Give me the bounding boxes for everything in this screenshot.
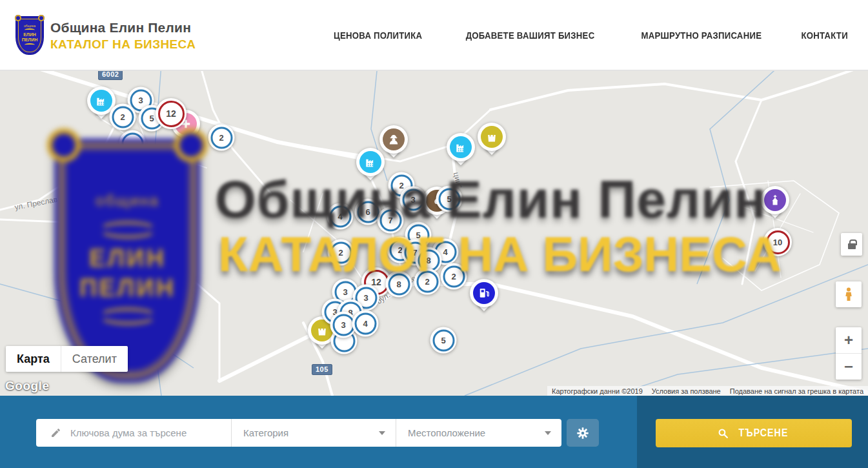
cluster-marker[interactable]: 2 <box>328 239 354 266</box>
cluster-count: 3 <box>341 320 345 330</box>
cluster-ring: 10 <box>766 230 790 254</box>
cluster-count: 4 <box>443 247 447 257</box>
bag-pin-marker[interactable] <box>478 123 506 151</box>
cluster-ring: 4 <box>354 312 376 334</box>
google-map[interactable]: ул. Преславбул. „Новоселции" 6002105 325… <box>0 71 868 396</box>
cluster-count: 2 <box>120 112 125 122</box>
cluster-ring: 2 <box>210 127 232 148</box>
cluster-marker[interactable]: 3 <box>400 187 427 213</box>
cluster-ring: 2 <box>416 270 438 292</box>
map-attribution: Картографски данни ©2019Условия за ползв… <box>547 386 868 396</box>
cluster-count: 5 <box>447 194 451 204</box>
cluster-count: 5 <box>416 230 420 240</box>
cluster-ring: 8 <box>388 273 410 295</box>
cluster-marker[interactable]: 5 <box>430 327 457 354</box>
church-icon <box>764 189 786 211</box>
nav-item-1[interactable]: ДОБАВЕТЕ ВАШИЯТ БИЗНЕС <box>466 30 595 41</box>
search-submit-button[interactable]: ТЪРСЕНЕ <box>656 419 852 447</box>
factory-icon <box>450 136 472 158</box>
church-pin-marker[interactable] <box>761 186 789 214</box>
nav-item-0[interactable]: ЦЕНОВА ПОЛИТИКА <box>334 30 422 41</box>
cluster-marker[interactable]: 2 <box>110 104 136 130</box>
chevron-down-icon <box>379 431 385 435</box>
attribution-link-1[interactable]: Условия за ползване <box>647 387 725 395</box>
map-type-control: Карта Сателит <box>6 346 128 372</box>
zoom-control: + − <box>836 327 862 380</box>
cluster-ring: 12 <box>158 101 185 127</box>
cluster-marker[interactable]: 2 <box>208 125 235 151</box>
pegman-button[interactable] <box>836 281 862 307</box>
factory-pin-marker[interactable] <box>447 133 475 161</box>
cluster-marker[interactable]: 2 <box>414 269 441 295</box>
cluster-ring: 7 <box>379 209 401 231</box>
cluster-count: 5 <box>149 114 154 123</box>
nav-item-3[interactable]: КОНТАКТИ <box>801 30 847 41</box>
cluster-ring <box>121 132 143 154</box>
search-bar: Категория Местоположение <box>0 396 868 468</box>
chevron-down-icon <box>545 431 551 435</box>
cluster-marker[interactable]: 4 <box>352 310 379 337</box>
category-select[interactable]: Категория <box>231 419 396 447</box>
gear-icon <box>576 426 590 440</box>
cluster-marker[interactable] <box>119 130 146 157</box>
pin-head <box>761 186 789 214</box>
keyword-search-input[interactable] <box>70 427 199 438</box>
location-select[interactable]: Местоположение <box>396 419 561 447</box>
cluster-ring: 2 <box>330 241 352 263</box>
cluster-marker[interactable]: 5 <box>436 186 463 212</box>
cluster-marker[interactable]: 10 <box>763 228 792 256</box>
road-shield-label: 6002 <box>98 71 123 80</box>
attribution-link-2[interactable]: Подаване на сигнал за грешка в картата <box>725 387 868 395</box>
cluster-count: 8 <box>396 280 401 289</box>
emblem-top-word: община <box>24 24 35 28</box>
keyword-segment <box>36 419 231 447</box>
cluster-count: 3 <box>363 293 368 303</box>
location-select-label: Местоположение <box>408 427 485 438</box>
site-header: община ЕЛИН ПЕЛИН Община Елин Пелин КАТА… <box>0 0 868 71</box>
cluster-count: 3 <box>343 287 347 297</box>
cluster-ring: 5 <box>432 329 454 351</box>
map-type-satellite-button[interactable]: Сателит <box>61 346 128 372</box>
cluster-ring: 4 <box>329 205 351 227</box>
pin-head <box>470 279 498 307</box>
category-select-label: Категория <box>243 427 288 438</box>
cluster-marker[interactable]: 8 <box>386 271 412 298</box>
map-type-map-button[interactable]: Карта <box>6 346 61 372</box>
emblem-name-line1: ЕЛИН <box>22 32 38 37</box>
cluster-marker[interactable]: 2 <box>441 263 467 290</box>
pin-head <box>447 133 475 161</box>
lock-button[interactable] <box>841 233 862 256</box>
cluster-count: 2 <box>219 133 223 143</box>
search-icon <box>717 427 729 440</box>
map-data-copyright: Картографски данни ©2019 <box>547 387 647 395</box>
cluster-count: 4 <box>338 212 342 221</box>
site-subtitle: КАТАЛОГ НА БИЗНЕСА <box>50 37 196 52</box>
pin-head <box>356 148 385 176</box>
cluster-marker[interactable]: 12 <box>156 98 187 129</box>
google-logo[interactable]: Google <box>5 379 49 393</box>
factory-pin-marker[interactable] <box>356 148 385 176</box>
cluster-ring: 3 <box>332 314 354 336</box>
cluster-count: 5 <box>441 336 445 345</box>
zoom-out-button[interactable]: − <box>836 353 862 380</box>
cluster-ring: 5 <box>438 188 460 210</box>
cluster-marker[interactable]: 4 <box>327 203 354 230</box>
cluster-count: 3 <box>138 96 143 105</box>
search-submit-label: ТЪРСЕНЕ <box>738 427 788 439</box>
search-input-group: Категория Местоположение <box>36 419 561 447</box>
factory-icon <box>90 90 112 112</box>
pin-head <box>478 123 506 151</box>
fuel-pin-marker[interactable] <box>470 279 498 307</box>
pegman-icon <box>841 287 856 302</box>
site-title: Община Елин Пелин <box>50 20 196 36</box>
cluster-count: 2 <box>425 277 429 287</box>
nav-item-2[interactable]: МАРШРУТНО РАЗПИСАНИЕ <box>641 30 762 41</box>
site-logo[interactable]: община ЕЛИН ПЕЛИН Община Елин Пелин КАТА… <box>15 16 196 55</box>
lock-icon <box>848 243 856 249</box>
municipality-emblem-icon: община ЕЛИН ПЕЛИН <box>15 16 44 55</box>
cluster-marker[interactable]: 7 <box>378 207 404 234</box>
cluster-count: 2 <box>451 272 456 281</box>
zoom-in-button[interactable]: + <box>836 327 862 353</box>
cluster-count: 7 <box>388 216 392 225</box>
advanced-settings-button[interactable] <box>567 419 599 447</box>
